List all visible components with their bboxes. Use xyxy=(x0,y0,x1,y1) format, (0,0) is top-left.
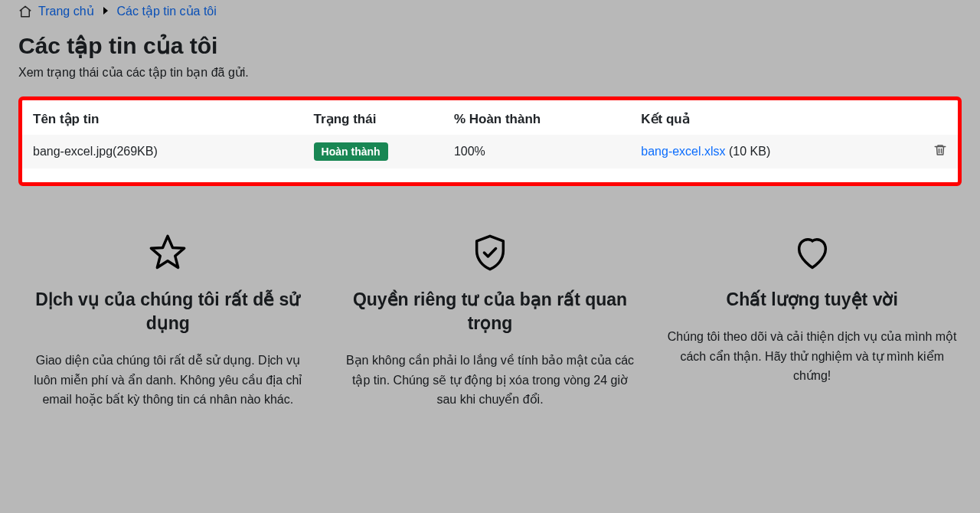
svg-marker-0 xyxy=(152,236,185,267)
cell-filename: bang-excel.jpg(269KB) xyxy=(22,135,303,168)
page-subtitle: Xem trạng thái của các tập tin bạn đã gử… xyxy=(18,65,962,80)
feature-body: Chúng tôi theo dõi và cải thiện dịch vụ … xyxy=(667,327,957,386)
col-header-percent: % Hoàn thành xyxy=(443,108,630,135)
result-link[interactable]: bang-excel.xlsx xyxy=(641,145,725,158)
chevron-right-icon xyxy=(102,6,109,17)
features-row: Dịch vụ của chúng tôi rất dễ sử dụng Gia… xyxy=(18,228,962,410)
status-badge: Hoàn thành xyxy=(314,142,388,161)
files-panel: Tên tập tin Trạng thái % Hoàn thành Kết … xyxy=(18,96,962,186)
breadcrumb-current-link[interactable]: Các tập tin của tôi xyxy=(117,4,217,18)
cell-status: Hoàn thành xyxy=(303,135,443,168)
feature-easy: Dịch vụ của chúng tôi rất dễ sử dụng Gia… xyxy=(18,228,318,410)
home-icon xyxy=(18,4,32,18)
cell-percent: 100% xyxy=(443,135,630,168)
feature-privacy: Quyền riêng tư của bạn rất quan trọng Bạ… xyxy=(341,228,640,410)
feature-title: Quyền riêng tư của bạn rất quan trọng xyxy=(345,288,635,335)
trash-icon[interactable] xyxy=(933,147,947,160)
table-row: bang-excel.jpg(269KB) Hoàn thành 100% ba… xyxy=(22,135,958,168)
breadcrumb: Trang chủ Các tập tin của tôi xyxy=(18,4,962,18)
feature-title: Dịch vụ của chúng tôi rất dễ sử dụng xyxy=(23,288,313,335)
feature-body: Giao diện của chúng tôi rất dễ sử dụng. … xyxy=(23,351,313,410)
files-table: Tên tập tin Trạng thái % Hoàn thành Kết … xyxy=(22,108,958,168)
feature-quality: Chất lượng tuyệt vời Chúng tôi theo dõi … xyxy=(662,228,962,410)
shield-check-icon xyxy=(345,228,635,277)
col-header-status: Trạng thái xyxy=(303,108,443,135)
heart-icon xyxy=(667,228,957,277)
feature-body: Bạn không cần phải lo lắng về tính bảo m… xyxy=(345,351,635,410)
col-header-filename: Tên tập tin xyxy=(22,108,303,135)
result-size: (10 KB) xyxy=(726,145,771,158)
feature-title: Chất lượng tuyệt vời xyxy=(667,288,957,312)
cell-result: bang-excel.xlsx (10 KB) xyxy=(630,135,912,168)
star-icon xyxy=(23,228,313,277)
page-title: Các tập tin của tôi xyxy=(18,32,962,59)
breadcrumb-home-link[interactable]: Trang chủ xyxy=(38,4,94,18)
col-header-result: Kết quả xyxy=(630,108,912,135)
